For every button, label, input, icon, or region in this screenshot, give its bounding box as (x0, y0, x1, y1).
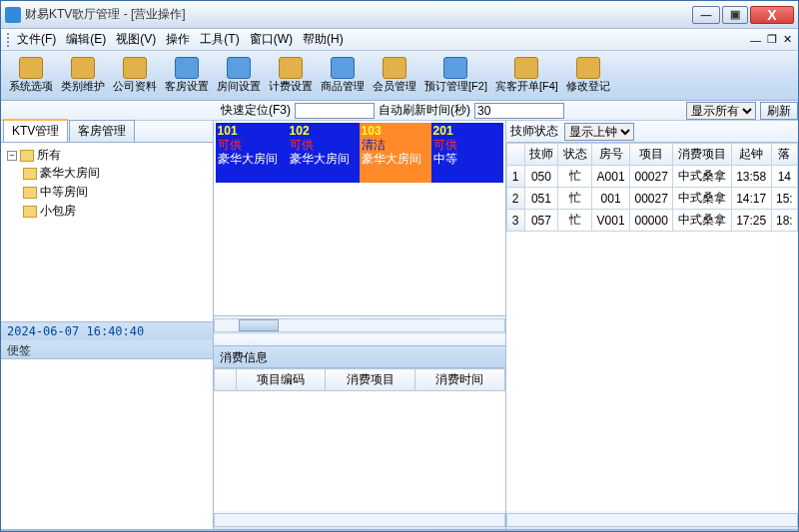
menu-view[interactable]: 视图(V) (116, 31, 156, 48)
row-index: 2 (506, 188, 524, 210)
room-number: 102 (290, 124, 358, 138)
tree-item[interactable]: 豪华大房间 (23, 164, 207, 183)
window-title: 财易KTV歌厅管理 - [营业操作] (25, 6, 692, 23)
toolbar-icon (514, 57, 538, 79)
scrollbar-thumb[interactable] (239, 319, 279, 331)
auto-refresh-input[interactable] (474, 103, 564, 119)
maximize-button[interactable]: ▣ (722, 6, 748, 24)
tech-col[interactable]: 起钟 (731, 144, 771, 166)
row-index: 3 (506, 210, 524, 232)
menu-file[interactable]: 文件(F) (17, 31, 56, 48)
menu-help[interactable]: 帮助(H) (303, 31, 344, 48)
room-type: 豪华大房间 (290, 152, 358, 166)
toolbar-button[interactable]: 客房设置 (163, 54, 211, 98)
mdi-minimize-button[interactable]: — (750, 34, 761, 46)
tech-col[interactable]: 消费项目 (673, 144, 731, 166)
tech-col[interactable]: 项目 (630, 144, 673, 166)
tree-item-label: 小包房 (40, 203, 76, 220)
toolbar-icon (576, 57, 600, 79)
consumption-col-item[interactable]: 消费项目 (326, 369, 415, 391)
collapse-icon[interactable]: − (7, 151, 17, 161)
toolbar-label: 预订管理[F2] (424, 79, 487, 94)
auto-refresh-label: 自动刷新时间(秒) (379, 102, 470, 119)
toolbar-label: 类别维护 (61, 79, 105, 94)
folder-icon (23, 206, 37, 218)
tech-col[interactable]: 技师 (524, 144, 558, 166)
folder-icon (23, 187, 37, 199)
menu-operate[interactable]: 操作 (166, 31, 190, 48)
room-number: 101 (218, 124, 286, 138)
room-type: 豪华大房间 (362, 152, 429, 166)
tab-ktv[interactable]: KTV管理 (3, 119, 68, 142)
mdi-close-button[interactable]: ✕ (783, 33, 792, 46)
tech-col[interactable]: 状态 (558, 144, 592, 166)
toolbar-button[interactable]: 会员管理 (371, 54, 418, 98)
toolbar-button[interactable]: 修改登记 (564, 54, 612, 98)
room-tile[interactable]: 102可供豪华大房间 (288, 123, 360, 183)
toolbar-label: 商品管理 (321, 79, 365, 94)
room-scrollbar[interactable] (214, 316, 505, 334)
menu-window[interactable]: 窗口(W) (250, 31, 293, 48)
window-controls: — ▣ X (692, 6, 794, 24)
middle-panel: 101可供豪华大房间102可供豪华大房间103清洁豪华大房间201可供中等 消费… (214, 121, 506, 529)
room-number: 103 (362, 124, 429, 138)
row-index: 1 (506, 166, 524, 188)
toolbar-button[interactable]: 公司资料 (111, 54, 159, 98)
quick-locate-label: 快速定位(F3) (221, 102, 291, 119)
consumption-panel: 项目编码 消费项目 消费时间 (214, 368, 505, 511)
tree-item-label: 中等房间 (40, 184, 88, 201)
minimize-button[interactable]: — (692, 6, 720, 24)
refresh-button[interactable]: 刷新 (760, 102, 798, 120)
room-status: 可供 (218, 138, 286, 152)
room-status: 可供 (433, 138, 501, 152)
quick-bar: 快速定位(F3) 自动刷新时间(秒) 显示所有 刷新 (1, 101, 798, 121)
tech-status-label: 技师状态 (510, 123, 558, 140)
tree-item[interactable]: 中等房间 (23, 183, 207, 202)
room-status: 清洁 (362, 138, 429, 152)
room-type: 豪华大房间 (218, 152, 286, 166)
room-tile[interactable]: 201可供中等 (431, 123, 503, 183)
note-header: 便签 (1, 340, 213, 358)
tree-root-label: 所有 (37, 147, 61, 164)
consumption-col-code[interactable]: 项目编码 (236, 369, 326, 391)
tech-row[interactable]: 2051忙00100027中式桑拿14:1715: (506, 188, 797, 210)
show-filter-select[interactable]: 显示所有 (686, 102, 756, 120)
right-panel: 技师状态 显示上钟 技师状态房号项目消费项目起钟落 1050忙A00100027… (506, 121, 798, 529)
tech-row[interactable]: 1050忙A00100027中式桑拿13:5814 (506, 166, 797, 188)
tree-root[interactable]: − 所有 (7, 147, 207, 164)
tech-row[interactable]: 3057忙V00100000中式桑拿17:2518: (506, 210, 797, 232)
tech-col-idx (506, 144, 524, 166)
toolbar-label: 房间设置 (217, 79, 261, 94)
toolbar-button[interactable]: 类别维护 (59, 54, 107, 98)
tech-scrollbar[interactable] (506, 511, 798, 529)
toolbar-button[interactable]: 商品管理 (319, 54, 367, 98)
toolbar-button[interactable]: 宾客开单[F4] (493, 54, 560, 98)
room-tile[interactable]: 101可供豪华大房间 (216, 123, 288, 183)
toolbar-icon (19, 57, 43, 79)
toolbar-label: 修改登记 (566, 79, 610, 94)
room-tile[interactable]: 103清洁豪华大房间 (360, 123, 431, 183)
consumption-col-time[interactable]: 消费时间 (414, 369, 504, 391)
tech-filter-select[interactable]: 显示上钟 (564, 123, 634, 141)
tree-item[interactable]: 小包房 (23, 202, 207, 221)
consumption-scrollbar[interactable] (214, 511, 505, 529)
mdi-restore-button[interactable]: ❐ (767, 33, 777, 46)
toolbar-button[interactable]: 房间设置 (215, 54, 263, 98)
menu-bar: 文件(F) 编辑(E) 视图(V) 操作 工具(T) 窗口(W) 帮助(H) —… (1, 29, 798, 51)
note-body[interactable] (1, 358, 213, 530)
quick-locate-input[interactable] (295, 103, 375, 119)
toolbar-label: 客房设置 (165, 79, 209, 94)
toolbar-icon (331, 57, 355, 79)
close-button[interactable]: X (750, 6, 794, 24)
menu-edit[interactable]: 编辑(E) (66, 31, 106, 48)
toolbar-button[interactable]: 系统选项 (7, 54, 55, 98)
toolbar-icon (383, 57, 406, 79)
tech-col[interactable]: 落 (771, 144, 797, 166)
tech-header: 技师状态 显示上钟 (506, 121, 798, 143)
toolbar-button[interactable]: 预订管理[F2] (422, 54, 489, 98)
tech-col[interactable]: 房号 (592, 144, 630, 166)
toolbar-button[interactable]: 计费设置 (267, 54, 315, 98)
menu-tools[interactable]: 工具(T) (200, 31, 239, 48)
tab-room[interactable]: 客房管理 (69, 120, 135, 142)
left-tabs: KTV管理 客房管理 (1, 121, 213, 143)
